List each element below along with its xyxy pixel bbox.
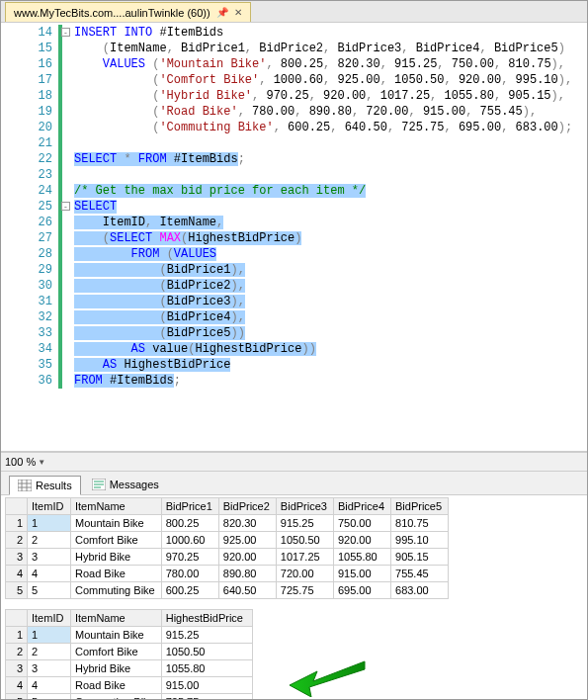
table-cell[interactable]: Mountain Bike bbox=[71, 627, 162, 644]
table-cell[interactable]: 4 bbox=[28, 566, 71, 582]
document-tab-bar: www.MyTecBits.com....aulinTwinkle (60)) … bbox=[1, 1, 587, 23]
table-row[interactable]: 22Comfort Bike1050.50 bbox=[6, 644, 253, 660]
column-header[interactable]: BidPrice5 bbox=[391, 498, 449, 515]
pin-icon[interactable]: 📌 bbox=[216, 7, 228, 18]
table-cell[interactable]: 890.80 bbox=[218, 566, 276, 582]
table-cell[interactable]: 1017.25 bbox=[276, 549, 333, 566]
tab-messages[interactable]: Messages bbox=[83, 475, 168, 494]
table-row[interactable]: 22Comfort Bike1000.60925.001050.50920.00… bbox=[6, 532, 449, 549]
table-cell[interactable]: 640.50 bbox=[218, 582, 276, 599]
column-header[interactable]: ItemName bbox=[71, 498, 162, 515]
table-cell[interactable]: 1055.80 bbox=[161, 660, 252, 677]
table-cell[interactable]: 1000.60 bbox=[161, 532, 218, 549]
table-cell[interactable]: 1 bbox=[28, 515, 71, 532]
table-cell[interactable]: Mountain Bike bbox=[71, 515, 162, 532]
table-cell[interactable]: 920.00 bbox=[218, 549, 276, 566]
table-cell[interactable]: 695.00 bbox=[333, 582, 390, 599]
table-cell[interactable]: 1050.50 bbox=[276, 532, 333, 549]
table-cell[interactable]: 683.00 bbox=[391, 582, 449, 599]
table-cell[interactable]: 3 bbox=[28, 549, 71, 566]
table-row[interactable]: 33Hybrid Bike970.25920.001017.251055.809… bbox=[6, 549, 449, 566]
table-cell[interactable]: 925.00 bbox=[218, 532, 276, 549]
zoom-dropdown-icon[interactable]: ▼ bbox=[38, 458, 45, 467]
table-cell[interactable]: Road Bike bbox=[71, 677, 162, 694]
tab-results[interactable]: Results bbox=[9, 476, 81, 495]
table-cell[interactable]: 820.30 bbox=[218, 515, 276, 532]
tab-messages-label: Messages bbox=[110, 479, 159, 490]
table-cell[interactable]: 915.25 bbox=[276, 515, 333, 532]
table-cell[interactable]: 810.75 bbox=[391, 515, 449, 532]
column-header[interactable]: BidPrice2 bbox=[218, 498, 276, 515]
column-header[interactable]: BidPrice3 bbox=[276, 498, 333, 515]
table-cell[interactable]: 1 bbox=[28, 627, 71, 644]
svg-rect-0 bbox=[18, 480, 32, 491]
column-header[interactable]: BidPrice1 bbox=[161, 498, 218, 515]
annotation-arrow-icon bbox=[288, 656, 367, 697]
table-row[interactable]: 33Hybrid Bike1055.80 bbox=[6, 660, 253, 677]
table-cell[interactable]: 2 bbox=[28, 532, 71, 549]
collapse-toggle-icon[interactable]: - bbox=[61, 28, 70, 37]
table-cell[interactable]: 915.25 bbox=[161, 627, 252, 644]
column-header[interactable]: ItemName bbox=[71, 610, 162, 627]
table-cell[interactable]: 1050.50 bbox=[161, 644, 252, 660]
column-header[interactable]: HighestBidPrice bbox=[161, 610, 252, 627]
table-cell[interactable]: 720.00 bbox=[276, 566, 333, 582]
table-row[interactable]: 11Mountain Bike915.25 bbox=[6, 627, 253, 644]
table-cell[interactable]: 3 bbox=[28, 660, 71, 677]
code-marker-column: -- bbox=[58, 23, 72, 451]
tab-title: www.MyTecBits.com....aulinTwinkle (60)) bbox=[14, 7, 210, 19]
table-row[interactable]: 55Commuting Bike725.75 bbox=[6, 694, 253, 700]
table-cell[interactable]: 5 bbox=[28, 582, 71, 599]
table-cell[interactable]: 755.45 bbox=[391, 566, 449, 582]
results-grids[interactable]: ItemIDItemNameBidPrice1BidPrice2BidPrice… bbox=[1, 495, 587, 699]
zoom-bar: 100 % ▼ bbox=[1, 452, 587, 472]
table-cell[interactable]: Road Bike bbox=[71, 566, 162, 582]
table-cell[interactable]: 995.10 bbox=[391, 532, 449, 549]
results-tab-bar: Results Messages bbox=[1, 472, 587, 495]
table-cell[interactable]: Comfort Bike bbox=[71, 644, 162, 660]
column-header[interactable]: ItemID bbox=[28, 498, 71, 515]
table-row[interactable]: 44Road Bike780.00890.80720.00915.00755.4… bbox=[6, 566, 449, 582]
messages-icon bbox=[92, 479, 106, 490]
table-cell[interactable]: 725.75 bbox=[276, 582, 333, 599]
results-panel: Results Messages ItemIDItemNameBidPrice1… bbox=[1, 472, 587, 699]
close-icon[interactable]: ✕ bbox=[234, 7, 242, 18]
column-header[interactable]: BidPrice4 bbox=[333, 498, 390, 515]
table-cell[interactable]: 750.00 bbox=[333, 515, 390, 532]
table-row[interactable]: 44Road Bike915.00 bbox=[6, 677, 253, 694]
result-grid-1[interactable]: ItemIDItemNameBidPrice1BidPrice2BidPrice… bbox=[5, 497, 449, 599]
table-cell[interactable]: 5 bbox=[28, 694, 71, 700]
table-cell[interactable]: Comfort Bike bbox=[71, 532, 162, 549]
table-cell[interactable]: Hybrid Bike bbox=[71, 660, 162, 677]
table-cell[interactable]: Hybrid Bike bbox=[71, 549, 162, 566]
table-cell[interactable]: 1055.80 bbox=[333, 549, 390, 566]
column-header[interactable]: ItemID bbox=[28, 610, 71, 627]
table-cell[interactable]: 970.25 bbox=[161, 549, 218, 566]
table-row[interactable]: 55Commuting Bike600.25640.50725.75695.00… bbox=[6, 582, 449, 599]
zoom-value[interactable]: 100 % bbox=[5, 456, 36, 468]
table-cell[interactable]: 915.00 bbox=[161, 677, 252, 694]
table-cell[interactable]: 725.75 bbox=[161, 694, 252, 700]
table-cell[interactable]: 915.00 bbox=[333, 566, 390, 582]
results-icon bbox=[18, 480, 32, 491]
svg-marker-9 bbox=[290, 661, 365, 697]
table-row[interactable]: 11Mountain Bike800.25820.30915.25750.008… bbox=[6, 515, 449, 532]
table-cell[interactable]: 800.25 bbox=[161, 515, 218, 532]
table-cell[interactable]: 600.25 bbox=[161, 582, 218, 599]
document-tab[interactable]: www.MyTecBits.com....aulinTwinkle (60)) … bbox=[5, 2, 251, 22]
table-cell[interactable]: Commuting Bike bbox=[71, 694, 162, 700]
table-cell[interactable]: 4 bbox=[28, 677, 71, 694]
table-cell[interactable]: 780.00 bbox=[161, 566, 218, 582]
line-number-gutter: 1415161718192021222324252627282930313233… bbox=[1, 23, 58, 451]
collapse-toggle-icon[interactable]: - bbox=[61, 202, 70, 211]
table-cell[interactable]: 920.00 bbox=[333, 532, 390, 549]
code-area[interactable]: INSERT INTO #ItemBids (ItemName, BidPric… bbox=[72, 23, 587, 451]
table-cell[interactable]: Commuting Bike bbox=[71, 582, 162, 599]
table-cell[interactable]: 2 bbox=[28, 644, 71, 660]
table-cell[interactable]: 905.15 bbox=[391, 549, 449, 566]
code-editor[interactable]: 1415161718192021222324252627282930313233… bbox=[1, 23, 587, 452]
tab-results-label: Results bbox=[36, 480, 72, 491]
result-grid-2[interactable]: ItemIDItemNameHighestBidPrice11Mountain … bbox=[5, 609, 253, 699]
